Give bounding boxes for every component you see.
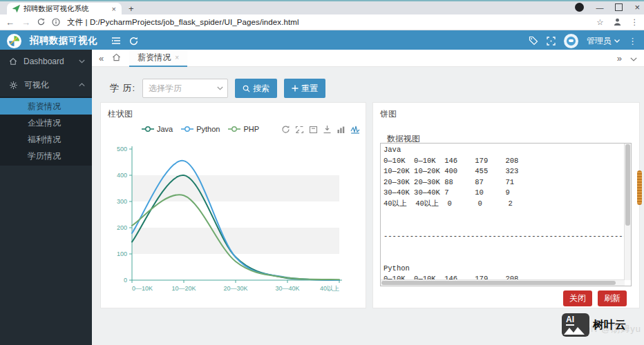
save-image-icon[interactable] xyxy=(323,125,332,134)
tabs-menu-icon[interactable] xyxy=(630,52,637,64)
education-select-placeholder: 选择学历 xyxy=(149,83,182,95)
search-button-label: 搜索 xyxy=(253,83,269,95)
svg-text:30—40K: 30—40K xyxy=(275,285,299,292)
sidebar-item-label: Dashboard xyxy=(23,57,73,66)
user-name: 管理员 xyxy=(587,35,612,47)
tabs-scroll-right-icon[interactable]: » xyxy=(617,53,622,63)
salary-line-chart[interactable]: 01002003004005000—10K10—20K20—30K30—40K4… xyxy=(105,137,361,302)
search-button[interactable]: 搜索 xyxy=(235,79,277,98)
screen: 招聘数据可视化系统 × + — × ← → 文件 | D:/PycharmPro… xyxy=(0,0,644,345)
favicon-icon xyxy=(12,5,20,12)
sidebar-submenu-item[interactable]: 薪资情况 xyxy=(0,98,92,115)
tab-close-icon[interactable]: × xyxy=(112,5,116,13)
brand-logo-icon: AI xyxy=(562,313,589,337)
browser-update-icon[interactable] xyxy=(575,3,584,12)
dataview-hscrollbar[interactable] xyxy=(381,279,625,286)
back-icon[interactable]: ← xyxy=(6,17,15,28)
legend-marker-icon xyxy=(142,126,154,132)
dataview-content: Java 0—10K 0—10K 146 179 208 10—20K 10—2… xyxy=(381,144,631,286)
search-icon xyxy=(243,85,250,92)
reset-button-label: 重置 xyxy=(301,83,318,95)
svg-text:400: 400 xyxy=(117,172,127,179)
browser-tab[interactable]: 招聘数据可视化系统 × xyxy=(7,3,122,14)
profile-icon[interactable] xyxy=(613,17,622,28)
page-tab-close-icon[interactable]: × xyxy=(175,54,179,61)
forward-icon[interactable]: → xyxy=(21,17,30,28)
dataview-textarea[interactable]: Java 0—10K 0—10K 146 179 208 10—20K 10—2… xyxy=(380,143,632,286)
svg-text:10—20K: 10—20K xyxy=(171,285,196,292)
collapse-sidebar-icon[interactable] xyxy=(111,37,121,45)
reload-icon[interactable] xyxy=(37,17,45,28)
education-select[interactable]: 选择学历 xyxy=(142,79,228,98)
bar-chart-panel: 柱状图 JavaPythonPHP 01002003004005000—10K1… xyxy=(100,102,366,308)
sidebar-item-label: 可视化 xyxy=(24,79,73,91)
url-text[interactable]: 文件 | D:/PycharmProjects/job_flask_spider… xyxy=(67,17,589,28)
education-label: 学 历: xyxy=(110,82,135,95)
page-info-icon[interactable] xyxy=(52,18,60,26)
window-controls: — × xyxy=(575,2,640,12)
dataview-refresh-button[interactable]: 刷新 xyxy=(598,290,627,306)
restore-icon[interactable] xyxy=(281,125,290,134)
svg-text:0—10K: 0—10K xyxy=(132,285,153,292)
user-menu[interactable]: 管理员 xyxy=(587,35,620,47)
svg-text:200: 200 xyxy=(117,224,127,231)
data-zoom-icon[interactable] xyxy=(295,126,304,134)
magic-bar-icon[interactable] xyxy=(337,126,345,134)
app-header: 招聘数据可视化 管理员 ⋮ xyxy=(0,30,644,51)
chart-toolbox xyxy=(281,125,360,134)
dataview-vscrollbar[interactable] xyxy=(624,144,631,280)
chart-legend: JavaPythonPHP xyxy=(101,125,300,133)
close-button[interactable]: × xyxy=(634,2,640,12)
legend-item[interactable]: Java xyxy=(142,125,173,133)
svg-text:0: 0 xyxy=(124,277,127,284)
minimize-button[interactable]: — xyxy=(596,3,603,12)
svg-text:100: 100 xyxy=(117,250,127,257)
legend-item[interactable]: Python xyxy=(181,125,220,133)
dataview-hscroll-thumb[interactable] xyxy=(381,281,616,285)
new-tab-button[interactable]: + xyxy=(129,3,134,14)
dataview-vscroll-thumb[interactable] xyxy=(625,144,630,226)
sidebar-submenu: 薪资情况企业情况福利情况学历情况 xyxy=(0,97,92,166)
sidebar-item-dashboard[interactable]: Dashboard xyxy=(0,50,92,73)
zoom-reset-icon[interactable] xyxy=(309,126,318,134)
refresh-icon[interactable] xyxy=(129,37,138,46)
legend-label: Python xyxy=(196,125,220,133)
sidebar-submenu-item[interactable]: 企业情况 xyxy=(0,115,92,131)
sidebar-submenu-item[interactable]: 福利情况 xyxy=(0,131,92,148)
filter-bar: 学 历: 选择学历 搜索 重置 xyxy=(92,67,644,98)
main-area: « 薪资情况 × » 学 历: 选择学历 搜索 xyxy=(92,50,644,345)
legend-item[interactable]: PHP xyxy=(228,125,259,133)
brand-watermark: AI 树叶云 xyxy=(562,313,626,337)
app-title: 招聘数据可视化 xyxy=(30,34,97,47)
sidebar: Dashboard 可视化 薪资情况企业情况福利情况学历情况 xyxy=(0,50,92,345)
fullscreen-icon[interactable] xyxy=(547,37,556,46)
panel-title: 柱状图 xyxy=(108,108,133,120)
page-scrollbar-thumb[interactable] xyxy=(637,170,642,205)
svg-text:300: 300 xyxy=(117,198,127,205)
page-tab-label: 薪资情况 xyxy=(138,52,171,63)
page-tabbar: « 薪资情况 × » xyxy=(92,50,644,67)
legend-marker-icon xyxy=(181,126,193,132)
browser-menu-icon[interactable]: ⋮ xyxy=(631,17,639,27)
sidebar-item-visualization[interactable]: 可视化 xyxy=(0,73,92,97)
page-tab-salary[interactable]: 薪资情况 × xyxy=(129,50,187,67)
tag-icon[interactable] xyxy=(529,36,538,46)
bookmark-star-icon[interactable]: ☆ xyxy=(596,17,603,27)
reset-button[interactable]: 重置 xyxy=(284,79,325,98)
chevron-down-icon xyxy=(217,86,223,90)
header-more-icon[interactable]: ⋮ xyxy=(628,36,637,46)
browser-tab-title: 招聘数据可视化系统 xyxy=(23,4,108,14)
svg-text:40以上: 40以上 xyxy=(320,285,339,292)
svg-text:20—30K: 20—30K xyxy=(223,285,247,292)
user-avatar[interactable] xyxy=(564,34,578,48)
chevron-up-icon xyxy=(79,83,85,87)
home-tab-icon[interactable] xyxy=(112,52,121,64)
magic-line-icon[interactable] xyxy=(350,126,360,134)
panel-title: 饼图 xyxy=(380,108,397,120)
tabs-scroll-left-icon[interactable]: « xyxy=(99,53,104,63)
maximize-button[interactable] xyxy=(615,3,623,11)
svg-text:500: 500 xyxy=(117,146,127,152)
sidebar-submenu-item[interactable]: 学历情况 xyxy=(0,148,92,164)
dataview-close-button[interactable]: 关闭 xyxy=(563,290,592,306)
chevron-down-icon xyxy=(79,59,85,63)
